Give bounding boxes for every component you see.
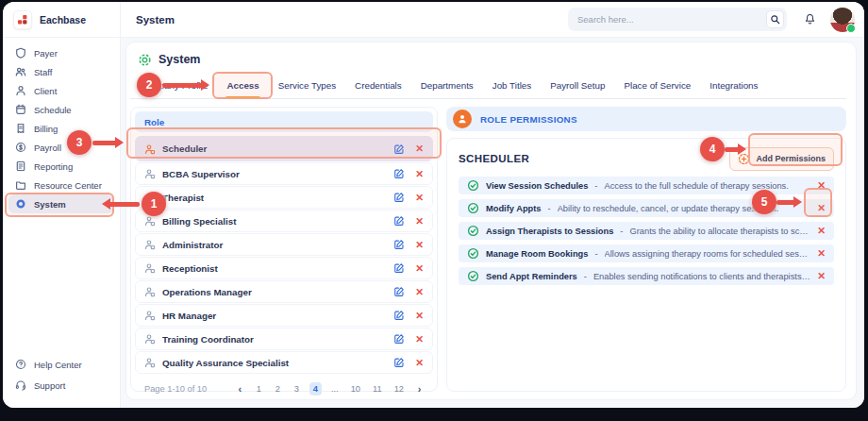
edit-role-icon[interactable] bbox=[393, 239, 405, 250]
page-button-active[interactable]: 4 bbox=[309, 382, 322, 396]
delete-role-icon[interactable]: ✕ bbox=[415, 216, 424, 227]
add-permissions-button[interactable]: Add Permissions bbox=[729, 147, 834, 171]
sidebar-item-client[interactable]: Client bbox=[8, 81, 114, 100]
remove-permission-icon[interactable]: ✕ bbox=[817, 271, 826, 281]
delete-role-icon[interactable]: ✕ bbox=[415, 287, 424, 297]
edit-role-icon[interactable] bbox=[393, 262, 405, 274]
role-row[interactable]: Training Coordinator ✕ bbox=[135, 328, 433, 350]
tab-payroll-setup[interactable]: Payroll Setup bbox=[541, 75, 614, 98]
sidebar-item-system[interactable]: System bbox=[8, 194, 114, 213]
tab-place-of-service[interactable]: Place of Service bbox=[614, 75, 700, 98]
edit-role-icon[interactable] bbox=[393, 143, 405, 155]
folder-icon bbox=[15, 179, 26, 191]
sidebar-item-help-center[interactable]: Help Center bbox=[8, 357, 114, 372]
sidebar-footer: Help Center Support bbox=[8, 357, 114, 393]
chevron-left-icon[interactable]: ‹ bbox=[234, 381, 246, 396]
tab-departments[interactable]: Departments bbox=[411, 75, 483, 98]
tab-service-types[interactable]: Service Types bbox=[269, 75, 345, 98]
delete-role-icon[interactable]: ✕ bbox=[415, 311, 424, 321]
role-name: Operations Manager bbox=[162, 287, 252, 297]
roles-column-header: Role bbox=[135, 111, 433, 132]
role-row[interactable]: Receptionist ✕ bbox=[135, 257, 433, 279]
sidebar-item-support[interactable]: Support bbox=[8, 378, 114, 393]
role-row[interactable]: Quality Assurance Specialist ✕ bbox=[135, 351, 433, 374]
search-icon[interactable] bbox=[766, 10, 784, 28]
edit-role-icon[interactable] bbox=[393, 357, 405, 368]
role-row-scheduler[interactable]: Scheduler ✕ bbox=[135, 136, 433, 161]
tab-credentials[interactable]: Credentials bbox=[345, 75, 411, 98]
system-card: System Company Profile Access Service Ty… bbox=[125, 42, 857, 400]
permission-name: View Session Schedules bbox=[486, 181, 588, 191]
separator: - bbox=[594, 181, 597, 191]
edit-role-icon[interactable] bbox=[393, 215, 405, 227]
check-circle-icon bbox=[467, 270, 479, 282]
delete-role-icon[interactable]: ✕ bbox=[415, 143, 424, 154]
shield-icon bbox=[15, 47, 26, 59]
pagination: Page 1-10 of 10 ‹ 1 2 3 4 ... 10 11 12 bbox=[135, 375, 433, 400]
topbar: System bbox=[121, 2, 864, 38]
role-row[interactable]: HR Manager ✕ bbox=[135, 304, 433, 327]
delete-role-icon[interactable]: ✕ bbox=[415, 358, 424, 368]
person-badge-icon bbox=[144, 357, 156, 368]
report-icon bbox=[15, 160, 26, 172]
person-badge-icon bbox=[144, 286, 156, 297]
remove-permission-icon[interactable]: ✕ bbox=[817, 203, 826, 213]
person-badge-icon bbox=[144, 168, 156, 179]
role-permissions-label: ROLE PERMISSIONS bbox=[480, 114, 577, 125]
page-button[interactable]: 2 bbox=[272, 382, 284, 396]
pagination-summary: Page 1-10 of 10 bbox=[144, 384, 207, 394]
permission-name: Modify Appts bbox=[486, 204, 542, 213]
role-permissions-header: ROLE PERMISSIONS bbox=[446, 107, 846, 131]
tab-company-profile[interactable]: Company Profile bbox=[130, 75, 217, 98]
delete-role-icon[interactable]: ✕ bbox=[415, 263, 424, 274]
page-button[interactable]: 1 bbox=[253, 382, 265, 396]
search-box bbox=[568, 8, 787, 31]
user-avatar[interactable] bbox=[830, 8, 855, 32]
tab-integrations[interactable]: Integrations bbox=[700, 75, 767, 98]
pager: ‹ 1 2 3 4 ... 10 11 12 › bbox=[234, 381, 426, 396]
remove-permission-icon[interactable]: ✕ bbox=[817, 248, 826, 259]
page-button[interactable]: 11 bbox=[370, 382, 385, 396]
page-button[interactable]: 12 bbox=[392, 382, 407, 396]
sidebar-item-payer[interactable]: Payer bbox=[8, 43, 114, 62]
delete-role-icon[interactable]: ✕ bbox=[415, 240, 424, 250]
page-button[interactable]: 3 bbox=[291, 382, 303, 396]
role-row[interactable]: Billing Specialist ✕ bbox=[135, 210, 433, 232]
page-button[interactable]: 10 bbox=[348, 382, 363, 396]
sidebar-item-resource-center[interactable]: Resource Center bbox=[8, 176, 114, 194]
edit-role-icon[interactable] bbox=[393, 333, 405, 345]
app-window: Eachbase Payer Staff Client Schedule bbox=[3, 2, 864, 408]
role-row[interactable]: Administrator ✕ bbox=[135, 233, 433, 256]
search-input[interactable] bbox=[577, 14, 766, 25]
sidebar-item-reporting[interactable]: Reporting bbox=[8, 157, 114, 176]
delete-role-icon[interactable]: ✕ bbox=[415, 169, 424, 179]
remove-permission-icon[interactable]: ✕ bbox=[817, 226, 826, 236]
edit-role-icon[interactable] bbox=[393, 310, 405, 321]
sidebar-item-billing[interactable]: Billing bbox=[8, 119, 114, 138]
chevron-right-icon[interactable]: › bbox=[413, 381, 426, 396]
sidebar-item-schedule[interactable]: Schedule bbox=[8, 100, 114, 119]
role-name: BCBA Supervisor bbox=[162, 169, 240, 179]
sidebar-item-label: Billing bbox=[34, 124, 58, 134]
screenshot-stage: Eachbase Payer Staff Client Schedule bbox=[0, 0, 868, 421]
delete-role-icon[interactable]: ✕ bbox=[415, 193, 424, 203]
tab-job-titles[interactable]: Job Titles bbox=[483, 75, 541, 98]
role-row[interactable]: BCBA Supervisor ✕ bbox=[135, 162, 433, 185]
tab-access[interactable]: Access bbox=[217, 75, 268, 98]
sidebar-item-staff[interactable]: Staff bbox=[8, 62, 114, 81]
role-row[interactable]: Therapist ✕ bbox=[135, 186, 433, 209]
content-area: System Company Profile Access Service Ty… bbox=[121, 38, 864, 408]
roles-panel: Role Scheduler ✕ BCBA Supervisor ✕ bbox=[130, 107, 438, 392]
sidebar-nav: Payer Staff Client Schedule Billing bbox=[8, 43, 114, 213]
plus-circle-icon bbox=[738, 153, 750, 165]
sidebar-item-payroll[interactable]: Payroll bbox=[8, 138, 114, 157]
sidebar-item-label: System bbox=[34, 199, 66, 210]
receipt-icon bbox=[15, 123, 26, 134]
notifications-bell-icon[interactable] bbox=[804, 13, 816, 25]
edit-role-icon[interactable] bbox=[393, 286, 405, 297]
remove-permission-icon[interactable]: ✕ bbox=[817, 180, 826, 191]
edit-role-icon[interactable] bbox=[393, 192, 405, 203]
delete-role-icon[interactable]: ✕ bbox=[415, 334, 424, 345]
role-row[interactable]: Operations Manager ✕ bbox=[135, 280, 433, 303]
edit-role-icon[interactable] bbox=[393, 168, 405, 179]
